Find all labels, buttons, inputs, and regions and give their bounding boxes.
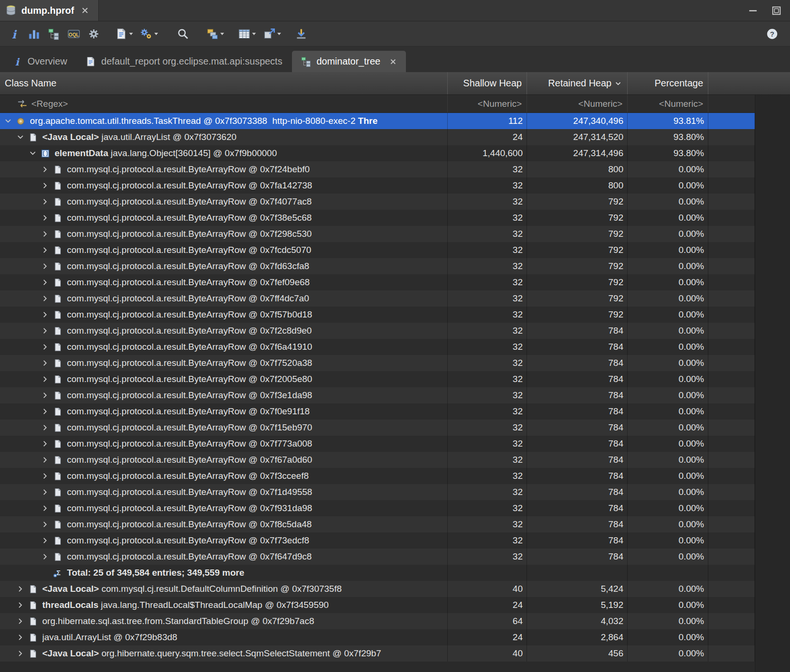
table-row[interactable]: java.util.ArrayList @ 0x7f29b83d8242,864… bbox=[0, 629, 755, 645]
expander-collapsed-icon[interactable] bbox=[41, 359, 51, 367]
filter-numeric-input[interactable]: <Numeric> bbox=[448, 95, 527, 112]
table-row[interactable]: <Java Local> java.util.ArrayList @ 0x7f3… bbox=[0, 129, 755, 145]
table-row[interactable]: com.mysql.cj.protocol.a.result.ByteArray… bbox=[0, 339, 755, 355]
table-row[interactable]: com.mysql.cj.protocol.a.result.ByteArray… bbox=[0, 194, 755, 210]
query-browser-button[interactable] bbox=[138, 26, 160, 42]
thread-overview-button[interactable] bbox=[85, 26, 102, 42]
expander-collapsed-icon[interactable] bbox=[41, 552, 51, 561]
table-row[interactable]: org.hibernate.sql.ast.tree.from.Standard… bbox=[0, 613, 755, 629]
dropdown-caret-icon[interactable] bbox=[220, 33, 224, 35]
table-row[interactable]: com.mysql.cj.protocol.a.result.ByteArray… bbox=[0, 226, 755, 242]
dropdown-caret-icon[interactable] bbox=[252, 33, 256, 35]
table-row[interactable]: com.mysql.cj.protocol.a.result.ByteArray… bbox=[0, 484, 755, 500]
filter-regex-input[interactable]: <Regex> bbox=[0, 95, 448, 112]
expander-collapsed-icon[interactable] bbox=[41, 294, 51, 303]
minimize-button[interactable] bbox=[747, 5, 759, 17]
table-row[interactable]: com.mysql.cj.protocol.a.result.ByteArray… bbox=[0, 403, 755, 420]
table-row[interactable]: com.mysql.cj.protocol.a.result.ByteArray… bbox=[0, 177, 755, 194]
table-row[interactable]: <Java Local> org.hibernate.query.sqm.tre… bbox=[0, 645, 755, 662]
expander-collapsed-icon[interactable] bbox=[41, 165, 51, 174]
expander-collapsed-icon[interactable] bbox=[41, 439, 51, 448]
customize-columns-button[interactable] bbox=[236, 26, 258, 42]
expander-collapsed-icon[interactable] bbox=[41, 246, 51, 254]
table-row[interactable]: com.mysql.cj.protocol.a.result.ByteArray… bbox=[0, 452, 755, 468]
table-row[interactable]: com.mysql.cj.protocol.a.result.ByteArray… bbox=[0, 210, 755, 226]
expander-collapsed-icon[interactable] bbox=[41, 310, 51, 319]
expander-collapsed-icon[interactable] bbox=[41, 520, 51, 529]
filter-numeric-input[interactable]: <Numeric> bbox=[628, 95, 708, 112]
expander-collapsed-icon[interactable] bbox=[41, 181, 51, 190]
expander-collapsed-icon[interactable] bbox=[41, 391, 51, 400]
dominator-tree-button[interactable] bbox=[46, 26, 62, 42]
expander-collapsed-icon[interactable] bbox=[16, 585, 27, 593]
table-row[interactable]: com.mysql.cj.protocol.a.result.ByteArray… bbox=[0, 290, 755, 307]
expander-collapsed-icon[interactable] bbox=[16, 633, 27, 642]
column-header-class-name[interactable]: Class Name bbox=[0, 72, 448, 94]
table-row[interactable]: threadLocals java.lang.ThreadLocal$Threa… bbox=[0, 597, 755, 613]
tab-overview[interactable]: iOverview bbox=[3, 51, 75, 72]
table-row[interactable]: org.apache.tomcat.util.threads.TaskThrea… bbox=[0, 113, 755, 129]
expander-collapsed-icon[interactable] bbox=[41, 456, 51, 464]
table-row[interactable]: com.mysql.cj.protocol.a.result.ByteArray… bbox=[0, 307, 755, 323]
table-row[interactable]: com.mysql.cj.protocol.a.result.ByteArray… bbox=[0, 500, 755, 516]
histogram-button[interactable] bbox=[26, 26, 42, 42]
editor-tab-close-icon[interactable] bbox=[80, 6, 90, 15]
table-row[interactable]: com.mysql.cj.protocol.a.result.ByteArray… bbox=[0, 468, 755, 484]
table-row[interactable]: com.mysql.cj.protocol.a.result.ByteArray… bbox=[0, 420, 755, 436]
table-row[interactable]: ΣTotal: 25 of 349,584 entries; 349,559 m… bbox=[0, 565, 755, 581]
expander-open-icon[interactable] bbox=[4, 117, 14, 125]
expander-collapsed-icon[interactable] bbox=[41, 343, 51, 351]
table-row[interactable]: com.mysql.cj.protocol.a.result.ByteArray… bbox=[0, 274, 755, 290]
table-row[interactable]: elementData java.lang.Object[360145] @ 0… bbox=[0, 145, 755, 161]
vertical-scrollbar[interactable] bbox=[755, 95, 790, 672]
column-header-retained-heap[interactable]: Retained Heap bbox=[527, 72, 628, 94]
import-button[interactable] bbox=[293, 26, 310, 42]
expander-collapsed-icon[interactable] bbox=[16, 649, 27, 658]
search-button[interactable] bbox=[175, 26, 191, 42]
expander-collapsed-icon[interactable] bbox=[41, 262, 51, 271]
expander-collapsed-icon[interactable] bbox=[41, 278, 51, 287]
dropdown-caret-icon[interactable] bbox=[154, 33, 158, 35]
info-button[interactable]: i bbox=[6, 26, 22, 42]
expander-collapsed-icon[interactable] bbox=[41, 214, 51, 222]
expander-collapsed-icon[interactable] bbox=[41, 504, 51, 513]
expander-collapsed-icon[interactable] bbox=[16, 601, 27, 609]
expander-collapsed-icon[interactable] bbox=[41, 488, 51, 496]
table-row[interactable]: com.mysql.cj.protocol.a.result.ByteArray… bbox=[0, 516, 755, 532]
table-row[interactable]: com.mysql.cj.protocol.a.result.ByteArray… bbox=[0, 371, 755, 387]
expander-open-icon[interactable] bbox=[28, 149, 39, 158]
tab-dominator-tree[interactable]: dominator_tree bbox=[292, 51, 406, 72]
maximize-button[interactable] bbox=[771, 5, 782, 17]
editor-tab-dump-hprof[interactable]: dump.hprof bbox=[0, 0, 99, 21]
export-button[interactable] bbox=[261, 26, 283, 42]
expander-collapsed-icon[interactable] bbox=[41, 472, 51, 480]
expander-collapsed-icon[interactable] bbox=[41, 407, 51, 416]
dropdown-caret-icon[interactable] bbox=[129, 33, 133, 35]
table-row[interactable]: com.mysql.cj.protocol.a.result.ByteArray… bbox=[0, 549, 755, 565]
column-header-shallow-heap[interactable]: Shallow Heap bbox=[448, 72, 527, 94]
filter-numeric-input[interactable]: <Numeric> bbox=[527, 95, 628, 112]
tab-close-icon[interactable] bbox=[389, 57, 397, 66]
table-row[interactable]: com.mysql.cj.protocol.a.result.ByteArray… bbox=[0, 532, 755, 549]
table-row[interactable]: com.mysql.cj.protocol.a.result.ByteArray… bbox=[0, 355, 755, 371]
expander-collapsed-icon[interactable] bbox=[41, 327, 51, 335]
table-row[interactable]: com.mysql.cj.protocol.a.result.ByteArray… bbox=[0, 161, 755, 177]
expert-report-button[interactable] bbox=[113, 26, 135, 42]
dropdown-caret-icon[interactable] bbox=[277, 33, 281, 35]
table-row[interactable]: com.mysql.cj.protocol.a.result.ByteArray… bbox=[0, 323, 755, 339]
help-button[interactable]: ? bbox=[764, 26, 781, 42]
expander-collapsed-icon[interactable] bbox=[41, 230, 51, 238]
table-row[interactable]: com.mysql.cj.protocol.a.result.ByteArray… bbox=[0, 387, 755, 403]
expander-open-icon[interactable] bbox=[16, 133, 27, 141]
expander-collapsed-icon[interactable] bbox=[41, 423, 51, 432]
tab-suspects[interactable]: default_report org.eclipse.mat.api:suspe… bbox=[76, 51, 291, 72]
expander-collapsed-icon[interactable] bbox=[41, 375, 51, 383]
expander-collapsed-icon[interactable] bbox=[41, 536, 51, 545]
table-row[interactable]: com.mysql.cj.protocol.a.result.ByteArray… bbox=[0, 242, 755, 258]
table-row[interactable]: com.mysql.cj.protocol.a.result.ByteArray… bbox=[0, 258, 755, 274]
expander-collapsed-icon[interactable] bbox=[41, 197, 51, 206]
column-header-percentage[interactable]: Percentage bbox=[628, 72, 708, 94]
oql-button[interactable]: OQL bbox=[66, 26, 82, 42]
group-by-button[interactable] bbox=[204, 26, 226, 42]
table-row[interactable]: com.mysql.cj.protocol.a.result.ByteArray… bbox=[0, 436, 755, 452]
